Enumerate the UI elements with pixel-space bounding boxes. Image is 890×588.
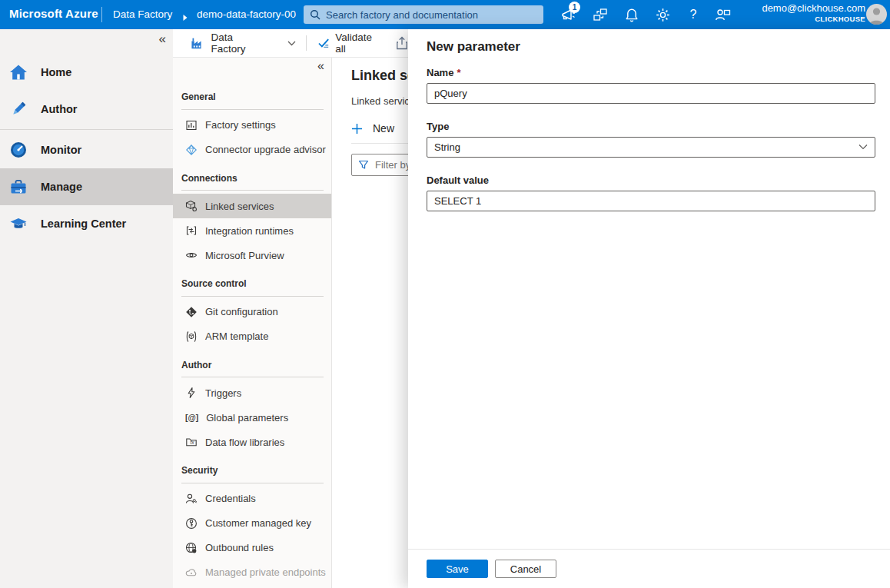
feedback-button[interactable] (713, 5, 732, 24)
new-parameter-panel: New parameter Name* Type String Default … (408, 29, 890, 588)
nav-item-integration-runtimes[interactable]: Integration runtimes (173, 218, 331, 243)
nav-item-managed-private-endpoints[interactable]: Managed private endpoints (173, 560, 331, 585)
section-rule (181, 483, 324, 483)
nav-item-credentials[interactable]: Credentials (173, 487, 331, 511)
type-dropdown[interactable]: String (427, 137, 875, 158)
name-input[interactable] (427, 83, 875, 104)
nav-item-label: Customer managed key (205, 517, 311, 529)
export-icon (396, 36, 408, 50)
cancel-button[interactable]: Cancel (495, 560, 556, 578)
factory-dropdown-chevron-icon (287, 41, 296, 46)
default-value-label: Default value (427, 174, 875, 186)
section-header: Source control (173, 274, 331, 296)
azure-brand[interactable]: Microsoft Azure (9, 7, 98, 20)
type-dropdown-value: String (434, 141, 460, 153)
sidebar-item-author[interactable]: Author (0, 91, 173, 128)
section-rule (181, 190, 324, 191)
svg-text:fx: fx (190, 440, 194, 446)
filter-funnel-icon (358, 160, 369, 171)
data-flow-libraries-icon: fx (185, 436, 198, 448)
bell-icon (625, 8, 639, 22)
sidebar-item-monitor[interactable]: Monitor (0, 131, 173, 168)
search-input[interactable] (326, 9, 537, 21)
home-icon (8, 62, 28, 82)
monitor-gauge-icon (8, 140, 28, 160)
type-label: Type (427, 121, 875, 132)
breadcrumb-resource[interactable]: demo-data-factory-00 (197, 8, 304, 20)
nav-item-microsoft-purview[interactable]: Microsoft Purview (173, 243, 331, 267)
managed-private-endpoints-icon (185, 566, 198, 579)
nav-item-label: Microsoft Purview (205, 250, 284, 261)
leftnav-divider (0, 129, 173, 130)
notification-badge: 1 (569, 2, 580, 13)
nav-item-connector-upgrade-advisor[interactable]: Connector upgrade advisor (173, 138, 331, 162)
app-root: Microsoft Azure Data Factory demo-data-f… (0, 0, 890, 588)
nav-item-outbound-rules[interactable]: Outbound rules (173, 536, 331, 560)
factory-settings-icon (185, 119, 198, 131)
avatar[interactable] (866, 4, 887, 25)
account-info[interactable]: demo@clickhouse.com CLICKHOUSE (762, 2, 865, 24)
factory-switcher[interactable]: Data Factory (190, 32, 296, 55)
section-source-control: Source control Git configuration ARM tem… (173, 274, 331, 349)
factory-switcher-label: Data Factory (211, 32, 268, 55)
nav-item-factory-settings[interactable]: Factory settings (173, 113, 331, 138)
azure-top-bar: Microsoft Azure Data Factory demo-data-f… (0, 0, 890, 29)
nav-item-label: ARM template (205, 331, 268, 342)
sidebar-item-label: Manage (41, 181, 82, 193)
nav-item-label: Connector upgrade advisor (205, 144, 326, 155)
customer-managed-key-icon (185, 517, 198, 530)
whats-new-button[interactable]: 1 (559, 5, 577, 24)
global-search-box[interactable] (304, 5, 543, 24)
topbar-divider (101, 7, 102, 22)
nav-item-arm-template[interactable]: ARM template (173, 324, 331, 349)
nav-item-label: Linked services (205, 201, 274, 212)
validate-all-button[interactable]: Validate all (317, 32, 384, 55)
triggers-lightning-icon (185, 387, 198, 399)
panel-footer: Save Cancel (408, 549, 890, 588)
nav-item-customer-managed-key[interactable]: Customer managed key (173, 511, 331, 536)
default-value-input[interactable] (427, 191, 875, 211)
section-rule (181, 377, 324, 377)
nav-item-label: Triggers (205, 387, 241, 399)
nav-item-label: Integration runtimes (205, 225, 294, 237)
nav-item-label: Managed private endpoints (205, 566, 326, 578)
notifications-button[interactable] (623, 5, 641, 24)
help-button[interactable]: ? (684, 5, 702, 24)
leftnav-collapse-icon[interactable]: « (159, 32, 166, 47)
factory-toolbar: Data Factory Validate all (173, 29, 408, 58)
sidebar-item-label: Home (41, 66, 71, 78)
nav-item-label: Data flow libraries (205, 437, 284, 448)
search-icon (310, 9, 320, 20)
manage-toolbox-icon (8, 177, 28, 197)
nav-item-git-configuration[interactable]: Git configuration (173, 300, 331, 324)
name-label: Name* (427, 67, 875, 78)
sidebar-item-label: Learning Center (41, 218, 126, 230)
nav-item-linked-services[interactable]: Linked services (173, 194, 331, 218)
switch-factory-button[interactable] (591, 5, 609, 24)
settings-button[interactable] (653, 5, 672, 24)
panel-title: New parameter (427, 38, 875, 55)
name-label-text: Name (427, 67, 453, 78)
account-tenant: CLICKHOUSE (762, 15, 865, 24)
avatar-person-icon (866, 4, 887, 25)
nav-item-triggers[interactable]: Triggers (173, 380, 331, 405)
manage-navigation: « General Factory settings Connector upg… (173, 58, 332, 588)
save-button[interactable]: Save (427, 560, 488, 578)
breadcrumb-app[interactable]: Data Factory (113, 8, 172, 20)
export-button[interactable] (396, 36, 408, 50)
section-header: Author (173, 355, 331, 377)
managenav-collapse-icon[interactable]: « (317, 59, 324, 73)
nav-item-global-parameters[interactable]: [@] Global parameters (173, 405, 331, 430)
outbound-rules-icon (185, 542, 198, 554)
feedback-person-icon (715, 8, 731, 22)
nav-item-label: Credentials (205, 493, 256, 504)
connector-upgrade-advisor-icon (185, 144, 198, 156)
sidebar-item-learning-center[interactable]: Learning Center (0, 205, 173, 242)
section-header: Security (173, 460, 331, 483)
nav-item-data-flow-libraries[interactable]: fx Data flow libraries (173, 430, 331, 454)
left-navigation: « Home Author Monitor Manage Learning Ce (0, 29, 173, 588)
account-email: demo@clickhouse.com (762, 2, 865, 15)
sidebar-item-manage[interactable]: Manage (0, 168, 173, 205)
sidebar-item-home[interactable]: Home (0, 54, 173, 91)
breadcrumb-chevron-icon (182, 11, 188, 25)
